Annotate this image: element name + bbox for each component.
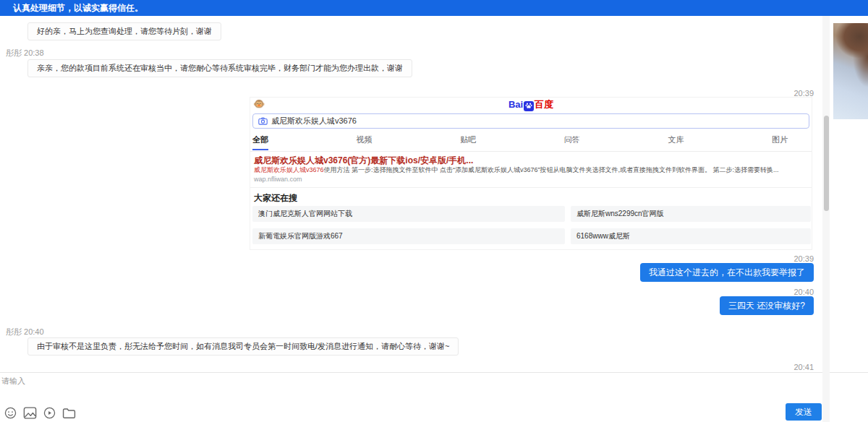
- agent-name-timestamp: 彤彤 20:38: [6, 48, 44, 59]
- baidu-logo-du-text: 百度: [535, 99, 553, 110]
- tab-all: 全部: [252, 134, 268, 145]
- message-timestamp: 20:40: [793, 288, 814, 296]
- agent-name-timestamp: 彤彤 20:40: [6, 327, 44, 337]
- description-highlight: 威尼斯欢乐娱人城v3676: [254, 166, 324, 173]
- message-text: 好的亲，马上为您查询处理，请您等待片刻，谢谢: [37, 27, 212, 35]
- search-result-description: 威尼斯欢乐娱人城v3676使用方法 第一步:选择拖拽文件至软件中 点击“添加威尼…: [254, 166, 809, 174]
- result-divider: [250, 187, 812, 188]
- message-text: 亲亲，您的款项目前系统还在审核当中，请您耐心等待系统审核完毕，财务部门才能为您办…: [37, 64, 403, 72]
- search-query-text: 威尼斯欢乐娱人城v3676: [271, 116, 357, 126]
- search-result-url: wap.nfliwan.com: [254, 176, 302, 183]
- related-search-item: 6168www威尼斯: [571, 228, 811, 244]
- tab-video: 视频: [357, 134, 373, 145]
- agent-message: 亲亲，您的款项目前系统还在审核当中，请您耐心等待系统审核完毕，财务部门才能为您办…: [27, 59, 412, 77]
- agent-avatar[interactable]: [833, 23, 868, 119]
- tab-tieba: 贴吧: [460, 134, 476, 145]
- related-search-item: 澳门威尼克斯人官网网站下载: [252, 206, 565, 222]
- agent-message: 由于审核不是这里负责，彤无法给予您时间，如有消息我司专员会第一时间致电/发消息进…: [27, 337, 459, 356]
- active-tab-underline: [252, 149, 268, 150]
- announcement-banner: 认真处理细节，以诚实赢得信任。: [0, 0, 868, 16]
- description-rest: 使用方法 第一步:选择拖拽文件至软件中 点击“添加威尼斯欢乐娱人城v3676”按…: [324, 166, 779, 173]
- announcement-text: 认真处理细节，以诚实赢得信任。: [13, 3, 143, 13]
- agent-message: 好的亲，马上为您查询处理，请您等待片刻，谢谢: [27, 22, 221, 40]
- message-text: 由于审核不是这里负责，彤无法给予您时间，如有消息我司专员会第一时间致电/发消息进…: [37, 342, 449, 350]
- search-result-title: 威尼斯欢乐娱人城v3676(官方)最新下载ios/安卓版/手机...: [254, 155, 473, 167]
- baidu-paw-icon: [524, 101, 534, 111]
- video-upload-icon[interactable]: [43, 407, 56, 422]
- tabs-divider: [250, 151, 812, 152]
- chat-window: 认真处理细节，以诚实赢得信任。 好的亲，马上为您查询处理，请您等待片刻，谢谢 彤…: [0, 0, 868, 422]
- image-upload-icon[interactable]: [23, 407, 37, 422]
- send-button[interactable]: 发送: [786, 403, 822, 421]
- message-text: 我通过这个进去的，在不出款我要举报了: [649, 267, 805, 277]
- related-search-item: 威斯尼斯wns2299cn官网版: [571, 206, 811, 222]
- tab-wenku: 文库: [668, 134, 684, 145]
- baidu-logo-bai-text: Bai: [509, 99, 523, 110]
- file-folder-icon[interactable]: [62, 408, 76, 422]
- message-composer: 发送: [0, 372, 868, 422]
- user-message: 三四天 还没审核好?: [720, 296, 814, 315]
- user-message: 我通过这个进去的，在不出款我要举报了: [640, 263, 814, 282]
- composer-toolbar: [4, 407, 76, 422]
- message-text: 三四天 还没审核好?: [728, 301, 805, 311]
- message-timestamp: 20:39: [793, 254, 814, 263]
- scrollbar-track[interactable]: [822, 16, 830, 422]
- tab-qa: 问答: [564, 134, 580, 145]
- tab-images: 图片: [772, 134, 788, 145]
- message-input[interactable]: [1, 376, 652, 402]
- camera-icon: [258, 115, 268, 128]
- baidu-search-box: 威尼斯欢乐娱人城v3676: [252, 113, 809, 129]
- emoji-picker-icon[interactable]: [4, 407, 17, 422]
- related-searches-header: 大家还在搜: [254, 192, 297, 204]
- baidu-logo: Bai百度: [250, 99, 812, 111]
- related-search-item: 新葡電娱乐官网版游戏667: [252, 228, 565, 244]
- baidu-tabs: 全部 视频 贴吧 问答 文库 图片: [252, 134, 788, 145]
- scrollbar-thumb[interactable]: [824, 116, 829, 211]
- baidu-screenshot-attachment[interactable]: 🐵 Bai百度 威尼斯欢乐娱人城v3676 全部 视频 贴吧 问答 文库 图片 …: [250, 97, 812, 250]
- message-timestamp: 20:41: [793, 363, 814, 371]
